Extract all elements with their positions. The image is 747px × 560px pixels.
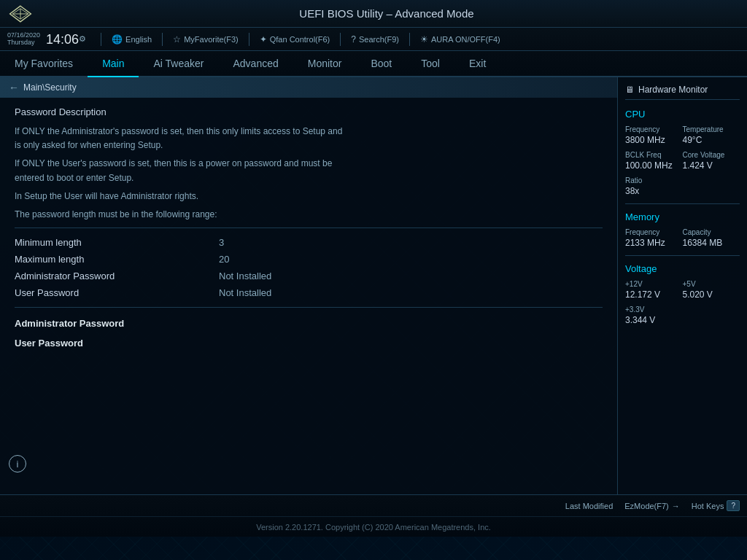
aura-icon: ☀ (420, 34, 428, 44)
mem-cap-label: Capacity (683, 228, 740, 236)
hw-divider-2 (625, 255, 740, 256)
divider (162, 33, 163, 46)
info-bar: 07/16/2020Thursday 14:06 ⚙ 🌐 English ☆ M… (0, 28, 747, 51)
hw-monitor-title: 🖥 Hardware Monitor (625, 85, 740, 100)
tab-advanced[interactable]: Advanced (218, 51, 293, 77)
info-icon[interactable]: i (9, 455, 26, 472)
voltage-section-title: Voltage (625, 263, 740, 274)
app-title: UEFI BIOS Utility – Advanced Mode (34, 7, 740, 20)
nav-bar: My Favorites Main Ai Tweaker Advanced Mo… (0, 51, 747, 77)
desc-text-2: If ONLY the User's password is set, then… (15, 157, 603, 184)
admin-password-value: Not Installed (219, 271, 271, 281)
datetime: 07/16/2020Thursday (7, 32, 40, 47)
bclk-value: 100.00 MHz (625, 160, 683, 171)
max-length-value: 20 (219, 254, 229, 265)
tab-ai-tweaker[interactable]: Ai Tweaker (139, 51, 218, 77)
divider (340, 33, 341, 46)
divider (249, 33, 249, 46)
user-password-label: User Password (15, 287, 219, 298)
breadcrumb: ← Main\Security (0, 77, 617, 98)
qfan-btn[interactable]: ✦ Qfan Control(F6) (255, 34, 335, 44)
max-length-row: Maximum length 20 (15, 251, 603, 268)
cpu-freq-label: Frequency (625, 125, 683, 133)
separator (15, 228, 603, 228)
divider (409, 33, 410, 46)
ratio-value: 38x (625, 186, 740, 196)
cpu-freq-col: Frequency 3800 MHz (625, 125, 683, 145)
bclk-col: BCLK Freq 100.00 MHz (625, 151, 683, 171)
max-length-label: Maximum length (15, 254, 219, 265)
core-voltage-label: Core Voltage (683, 151, 740, 159)
core-voltage-col: Core Voltage 1.424 V (683, 151, 740, 171)
favorite-icon: ☆ (173, 34, 181, 44)
admin-password-btn[interactable]: Administrator Password (15, 314, 603, 333)
v33-value: 3.344 V (625, 315, 740, 325)
tab-tool[interactable]: Tool (406, 51, 454, 77)
search-btn[interactable]: ? Search(F9) (347, 34, 403, 44)
v12-v5-row: +12V 12.172 V +5V 5.020 V (625, 280, 740, 300)
v12-value: 12.172 V (625, 289, 683, 300)
v33-label: +3.3V (625, 306, 740, 314)
mem-freq-label: Frequency (625, 228, 683, 236)
desc-text-4: The password length must be in the follo… (15, 208, 603, 222)
footer-bar: Version 2.20.1271. Copyright (C) 2020 Am… (0, 516, 747, 537)
main-layout: ← Main\Security Password Description If … (0, 77, 747, 494)
footer-text: Version 2.20.1271. Copyright (C) 2020 Am… (256, 523, 491, 532)
tab-main[interactable]: Main (88, 51, 139, 77)
ratio-col: Ratio 38x (625, 176, 740, 196)
tab-my-favorites[interactable]: My Favorites (0, 51, 88, 77)
aura-btn[interactable]: ☀ AURA ON/OFF(F4) (416, 34, 505, 44)
divider (101, 33, 101, 46)
hot-keys-box[interactable]: ? (727, 500, 740, 511)
v5-label: +5V (683, 280, 740, 288)
min-length-row: Minimum length 3 (15, 234, 603, 251)
admin-password-label: Administrator Password (15, 271, 219, 281)
user-password-btn[interactable]: User Password (15, 333, 603, 353)
cpu-freq-temp-row: Frequency 3800 MHz Temperature 49°C (625, 125, 740, 145)
time-display: 14:06 (46, 33, 79, 46)
separator-2 (15, 307, 603, 308)
ratio-row: Ratio 38x (625, 176, 740, 196)
v12-col: +12V 12.172 V (625, 280, 683, 300)
language-btn[interactable]: 🌐 English (107, 34, 156, 44)
bclk-label: BCLK Freq (625, 151, 683, 159)
bclk-corevolt-row: BCLK Freq 100.00 MHz Core Voltage 1.424 … (625, 151, 740, 171)
monitor-icon: 🖥 (625, 85, 634, 95)
v12-label: +12V (625, 280, 683, 288)
myfavorite-btn[interactable]: ☆ MyFavorite(F3) (169, 34, 243, 44)
tab-exit[interactable]: Exit (454, 51, 500, 77)
tab-monitor[interactable]: Monitor (293, 51, 357, 77)
tab-boot[interactable]: Boot (356, 51, 406, 77)
cpu-section-title: CPU (625, 109, 740, 120)
min-length-value: 3 (219, 237, 224, 248)
back-arrow[interactable]: ← (9, 82, 19, 93)
user-password-value: Not Installed (219, 287, 271, 298)
ez-mode-arrow: → (672, 502, 680, 510)
mem-freq-value: 2133 MHz (625, 238, 683, 248)
date-text: 07/16/2020Thursday (7, 32, 40, 47)
ez-mode-btn[interactable]: EzMode(F7) → (624, 502, 680, 510)
ratio-label: Ratio (625, 176, 740, 184)
last-modified-btn[interactable]: Last Modified (565, 502, 613, 510)
v33-row: +3.3V 3.344 V (625, 306, 740, 325)
bottom-bar: Last Modified EzMode(F7) → Hot Keys ? (0, 494, 747, 516)
mem-cap-value: 16384 MB (683, 238, 740, 248)
admin-password-row: Administrator Password Not Installed (15, 268, 603, 284)
section-title: Password Description (15, 106, 603, 117)
hot-keys-btn[interactable]: Hot Keys ? (692, 500, 740, 511)
content-area: ← Main\Security Password Description If … (0, 77, 617, 494)
settings-icon[interactable]: ⚙ (79, 34, 86, 44)
password-content: Password Description If ONLY the Adminis… (0, 98, 617, 362)
cpu-temp-value: 49°C (683, 135, 740, 145)
v33-col: +3.3V 3.344 V (625, 306, 740, 325)
asus-logo (7, 4, 34, 23)
v5-value: 5.020 V (683, 289, 740, 300)
header-bar: UEFI BIOS Utility – Advanced Mode (0, 0, 747, 28)
memory-section-title: Memory (625, 211, 740, 222)
core-voltage-value: 1.424 V (683, 160, 740, 171)
mem-cap-col: Capacity 16384 MB (683, 228, 740, 248)
breadcrumb-path: Main\Security (23, 82, 77, 93)
mem-freq-cap-row: Frequency 2133 MHz Capacity 16384 MB (625, 228, 740, 248)
search-icon: ? (351, 34, 356, 44)
cpu-temp-col: Temperature 49°C (683, 125, 740, 145)
